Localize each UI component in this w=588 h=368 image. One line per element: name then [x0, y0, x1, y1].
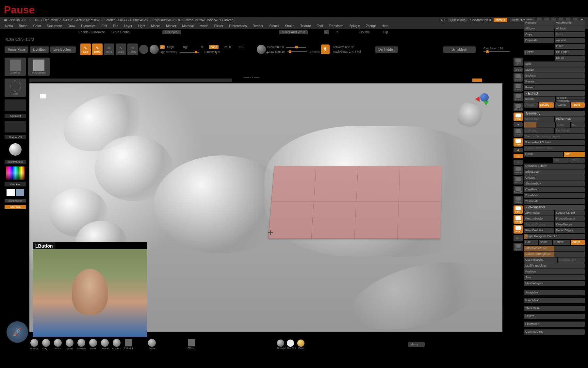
- move3d-button[interactable]: Move: [514, 176, 523, 184]
- store-config-button[interactable]: Store Config: [111, 30, 130, 34]
- brush-standard[interactable]: Standa: [29, 339, 39, 350]
- lock-button[interactable]: 🔒: [514, 148, 523, 152]
- insert-button[interactable]: Insert: [555, 44, 585, 49]
- del-hidden-button[interactable]: Del Hidden: [375, 46, 398, 53]
- brush-pinch[interactable]: Pinch: [53, 339, 63, 350]
- material-gold[interactable]: Gold: [297, 340, 304, 350]
- actual-button[interactable]: Actual: [514, 93, 523, 101]
- boolean-button[interactable]: Boolean: [524, 73, 585, 79]
- seethrough-slider[interactable]: See-through 0: [470, 18, 491, 22]
- flip-toggle[interactable]: Flip: [383, 30, 388, 34]
- gizmo-toggle[interactable]: [139, 45, 148, 54]
- swatch-primary[interactable]: [7, 189, 15, 196]
- target-poly-slider[interactable]: Target Polygons Count 0.1: [524, 234, 585, 239]
- stroke-icon[interactable]: S: [257, 45, 266, 54]
- xpose-button[interactable]: Xpose: [514, 243, 523, 251]
- brush-zretop[interactable]: ZRetop: [187, 339, 197, 350]
- brush-hpolish[interactable]: hPolish: [76, 339, 86, 350]
- switchcolor-button[interactable]: SwitchColor: [5, 199, 26, 202]
- material-flatcolor[interactable]: Flat Col: [287, 340, 296, 350]
- dynamic-brush-icon[interactable]: ◉D: [321, 44, 330, 54]
- del-all-button[interactable]: Del All: [555, 56, 585, 61]
- copy-button[interactable]: Copy: [524, 32, 554, 37]
- menu-tool[interactable]: Tool: [317, 24, 323, 28]
- size-button[interactable]: Size: [524, 275, 585, 280]
- color-picker[interactable]: [6, 166, 24, 180]
- brush-movetopological[interactable]: Move T: [112, 339, 122, 350]
- layers-button[interactable]: Layers: [524, 314, 585, 319]
- geometry-hd-button[interactable]: Geometry HD: [524, 329, 585, 335]
- zoom-button[interactable]: Zoom: [514, 83, 523, 92]
- reconstruct-subdiv-button[interactable]: Reconstruct Subdiv: [524, 140, 585, 145]
- bpr-button[interactable]: BPR: [514, 58, 523, 66]
- curves-strength-slider[interactable]: Curves Strength 50: [524, 252, 585, 257]
- m-toggle[interactable]: M: [201, 45, 204, 49]
- append-button[interactable]: Append: [555, 38, 585, 43]
- homepage-button[interactable]: Home Page: [5, 46, 28, 53]
- rotate3d-button[interactable]: Rotate: [514, 196, 523, 204]
- material-preview[interactable]: [5, 142, 26, 157]
- use-polypaint-toggle[interactable]: Use Polypaint: [524, 257, 557, 263]
- dynamic-subdiv-button[interactable]: Dynamic Subdiv: [524, 164, 585, 169]
- modify-topology-button[interactable]: Modify Topology: [524, 263, 585, 269]
- zremesher-button[interactable]: ZRemesher: [524, 210, 554, 216]
- detectedges-toggle[interactable]: DetectEdges: [555, 228, 585, 233]
- floor-button[interactable]: Floor: [514, 128, 523, 137]
- zcut-toggle[interactable]: Zcut: [239, 45, 245, 49]
- menu-document[interactable]: Document: [47, 24, 62, 28]
- gradient-label[interactable]: Gradient: [5, 182, 26, 186]
- position-button[interactable]: Position: [524, 269, 585, 274]
- swatch-secondary[interactable]: [16, 189, 24, 196]
- same-button[interactable]: Same: [539, 240, 553, 245]
- spix-slider[interactable]: SPix 3: [514, 67, 523, 72]
- all-high-button[interactable]: All High: [555, 26, 585, 31]
- enable-customize-button[interactable]: Enable Customize: [78, 30, 105, 34]
- keepgroups-toggle[interactable]: KeepGroups: [555, 222, 585, 227]
- higher-res-button[interactable]: Higher Res: [555, 116, 585, 122]
- edgeloop-button[interactable]: EdgeLoop: [524, 169, 585, 175]
- menu-material[interactable]: Material: [182, 24, 194, 28]
- autoreorder-button[interactable]: AutoReorder: [555, 20, 585, 26]
- ssmt-slider[interactable]: S Smt 5: [556, 96, 585, 99]
- delete-button[interactable]: Delete: [524, 50, 554, 55]
- tbord-toggle[interactable]: TBord: [571, 102, 585, 108]
- persp-button[interactable]: Persp: [514, 113, 523, 121]
- xyz-button[interactable]: xyz: [514, 154, 523, 158]
- extract-button[interactable]: Extract: [524, 96, 555, 102]
- material-basicm[interactable]: BasicM: [277, 340, 286, 350]
- menus-button[interactable]: Menus: [494, 18, 507, 22]
- menu-help[interactable]: Help: [382, 24, 388, 28]
- brush-move[interactable]: Move: [65, 339, 74, 350]
- adaptivesize-slider[interactable]: AdaptiveSize 50: [524, 246, 585, 251]
- suv-toggle[interactable]: Suv: [553, 158, 569, 163]
- draw-mode-button[interactable]: ✎Draw: [92, 44, 103, 55]
- menu-picker[interactable]: Picker: [214, 24, 223, 28]
- menu-brush[interactable]: Brush: [19, 24, 27, 28]
- menu-preferences[interactable]: Preferences: [229, 24, 247, 28]
- quicksave-button[interactable]: QuickSave: [448, 18, 467, 22]
- brush-alpha[interactable]: Alpha: [147, 339, 157, 350]
- crease-button[interactable]: Crease: [524, 175, 585, 181]
- brush-zmodeler[interactable]: ZModel: [123, 339, 133, 350]
- adapt-toggle[interactable]: Adapt: [571, 240, 585, 245]
- menu-light[interactable]: Light: [138, 24, 145, 28]
- project-button[interactable]: Project: [524, 85, 585, 90]
- shelf-indicator[interactable]: [472, 79, 482, 82]
- menu-macro[interactable]: Macro: [151, 24, 160, 28]
- sub-toolbar-arrows[interactable]: ▬▬▲▼▬▬: [238, 76, 265, 79]
- menu-texture[interactable]: Texture: [300, 24, 311, 28]
- shadowbox-button[interactable]: ShadowBox: [524, 181, 585, 186]
- menu-draw[interactable]: Draw: [68, 24, 75, 28]
- geometry-header[interactable]: Geometry: [524, 111, 585, 116]
- mirror-and-weld-button[interactable]: Mirror And Weld: [279, 30, 308, 34]
- rgb-toggle[interactable]: Rgb: [183, 45, 188, 49]
- merge-button[interactable]: Merge: [524, 67, 585, 73]
- extract-double-toggle[interactable]: Double: [539, 102, 554, 108]
- zoom3d-button[interactable]: Zoom3D: [514, 186, 523, 194]
- thick-slider[interactable]: Thick 0.02: [556, 99, 585, 102]
- lsym-button[interactable]: L.Sym: [514, 138, 523, 147]
- zretopo-tool[interactable]: ZRetopo: [5, 58, 26, 76]
- frame-button[interactable]: Frame: [514, 166, 523, 175]
- menu-render[interactable]: Render: [253, 24, 263, 28]
- menu-movie[interactable]: Movie: [200, 24, 208, 28]
